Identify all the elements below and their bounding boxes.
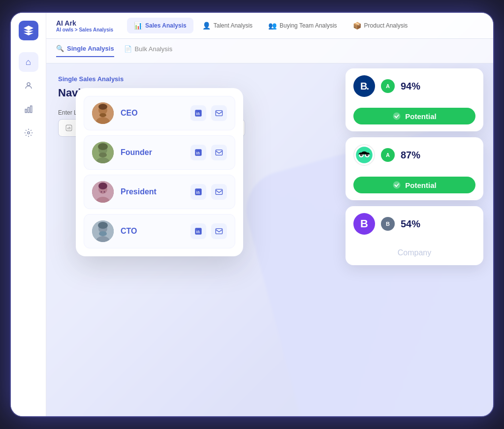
company-card-b: B B 54% Company (346, 206, 483, 265)
company-card-booking: B. A 94% Potential (346, 68, 483, 131)
founder-label: Founder (121, 148, 184, 157)
booking-percent: 94% (401, 81, 420, 92)
founder-email-icon[interactable] (211, 145, 227, 160)
tripadvisor-card-bottom: Potential (346, 173, 483, 200)
app-container: ⌂ AI Ark (11, 13, 493, 416)
tab-buying-team[interactable]: 👥 Buying Team Analysis (261, 18, 344, 33)
buying-tab-label: Buying Team Analysis (280, 22, 337, 29)
svg-rect-27 (216, 189, 222, 195)
svg-point-16 (98, 143, 108, 150)
single-tab-icon: 🔍 (56, 45, 64, 52)
founder-linkedin-icon[interactable] (190, 145, 206, 160)
role-item-cto: CTO (84, 214, 235, 248)
tripadvisor-potential-badge: Potential (353, 177, 475, 193)
main-content: AI Ark AI owls > Sales Analysis 📊 Sales … (46, 13, 493, 416)
founder-email (215, 149, 223, 156)
cto-linkedin-icon[interactable] (190, 223, 206, 239)
settings-icon (24, 128, 33, 137)
b-company-logo: B (353, 213, 375, 235)
ceo-actions (190, 105, 227, 121)
analytics-icon (24, 105, 33, 114)
company-cards: B. A 94% Potential (346, 68, 483, 265)
president-linkedin (194, 188, 202, 196)
product-tab-icon: 📦 (353, 22, 361, 30)
booking-logo: B. (353, 75, 375, 97)
founder-avatar-img (92, 142, 114, 163)
svg-rect-34 (216, 229, 222, 234)
tripadvisor-score-badge: A (381, 148, 395, 162)
founder-avatar (92, 142, 114, 163)
sidebar-item-analytics[interactable] (19, 99, 38, 119)
sidebar-item-profile[interactable] (19, 76, 38, 95)
svg-rect-19 (216, 150, 222, 155)
app-logo (19, 21, 38, 40)
cto-actions (190, 223, 227, 239)
booking-card-top: B. A 94% (346, 68, 483, 104)
email-icon (215, 109, 223, 117)
tab-sales-analysis[interactable]: 📊 Sales Analysis (127, 18, 193, 33)
booking-score-badge: A (381, 79, 395, 93)
booking-potential-badge: Potential (353, 108, 475, 124)
svg-point-17 (99, 153, 107, 157)
tripadvisor-status-label: Potential (405, 181, 436, 189)
president-email-icon[interactable] (211, 184, 227, 200)
profile-icon (24, 81, 33, 90)
tripadvisor-check-icon (392, 181, 401, 189)
header-brand: AI Ark AI owls > Sales Analysis (56, 19, 113, 32)
b-card-bottom: Company (346, 242, 483, 265)
sales-tab-icon: 📊 (134, 22, 142, 30)
president-linkedin-icon[interactable] (190, 184, 206, 200)
subtab-bulk-analysis[interactable]: 📄 Bulk Analysis (124, 45, 173, 57)
header: AI Ark AI owls > Sales Analysis 📊 Sales … (46, 13, 493, 39)
buying-tab-icon: 👥 (268, 22, 277, 30)
sales-tab-label: Sales Analysis (145, 22, 187, 29)
cto-avatar (92, 220, 114, 242)
roles-popup: CEO (76, 88, 243, 256)
cto-face (92, 220, 114, 242)
app-name: AI Ark (56, 19, 113, 27)
tab-talent-analysis[interactable]: 👤 Talent Analysis (195, 18, 259, 33)
role-item-president: President (84, 175, 235, 209)
founder-linkedin (194, 149, 202, 156)
ceo-email-icon[interactable] (211, 105, 227, 121)
bulk-tab-label: Bulk Analysis (135, 45, 173, 53)
bulk-tab-icon: 📄 (124, 45, 132, 53)
svg-point-4 (27, 132, 30, 134)
ceo-label: CEO (121, 109, 184, 118)
sidebar-item-home[interactable]: ⌂ (19, 52, 38, 72)
role-item-founder: Founder (84, 135, 235, 170)
linkedin-icon (194, 109, 202, 117)
founder-actions (190, 145, 227, 160)
svg-point-10 (99, 113, 106, 117)
cto-email-icon[interactable] (211, 223, 227, 239)
b-score-badge: B (381, 217, 395, 231)
tab-product-analysis[interactable]: 📦 Product Analysis (346, 18, 415, 33)
svg-rect-2 (28, 107, 29, 113)
svg-point-25 (104, 191, 105, 193)
svg-point-32 (99, 231, 107, 236)
potential-check-icon (392, 112, 401, 121)
svg-point-43 (393, 182, 401, 189)
linkedin-input-icon (65, 124, 72, 131)
b-company-label: Company (353, 245, 475, 258)
talent-tab-icon: 👤 (202, 22, 211, 30)
president-avatar (92, 181, 114, 203)
product-tab-label: Product Analysis (364, 22, 408, 29)
sidebar-item-settings[interactable] (19, 123, 38, 143)
svg-point-23 (98, 183, 107, 189)
svg-point-9 (98, 104, 107, 110)
role-item-ceo: CEO (84, 96, 235, 130)
svg-rect-1 (25, 109, 27, 113)
subtab-single-analysis[interactable]: 🔍 Single Analysis (56, 45, 114, 57)
svg-point-41 (361, 154, 362, 155)
svg-point-24 (101, 191, 102, 193)
sub-tabs: 🔍 Single Analysis 📄 Bulk Analysis (46, 39, 493, 63)
ceo-avatar (92, 102, 114, 124)
ceo-linkedin-icon[interactable] (190, 105, 206, 121)
president-actions (190, 184, 227, 200)
president-avatar-img (92, 181, 114, 203)
svg-point-42 (367, 154, 368, 155)
president-face (92, 181, 114, 203)
nav-tabs: 📊 Sales Analysis 👤 Talent Analysis 👥 Buy… (127, 18, 414, 33)
president-label: President (121, 187, 184, 196)
